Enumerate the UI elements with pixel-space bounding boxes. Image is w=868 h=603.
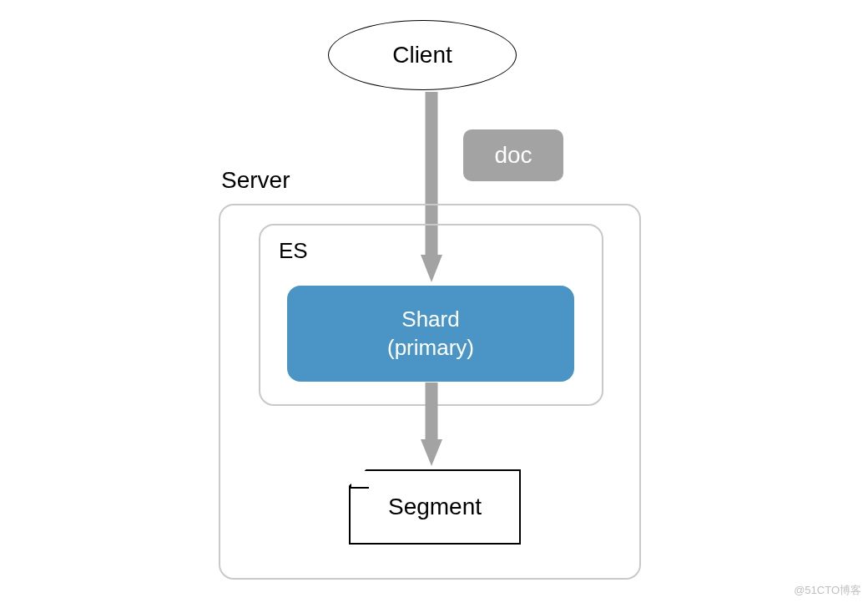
shard-label-line1: Shard xyxy=(401,306,459,334)
arrow-shard-to-segment xyxy=(421,383,442,466)
svg-marker-3 xyxy=(421,439,442,466)
doc-label: doc xyxy=(494,142,532,169)
client-label: Client xyxy=(392,42,452,68)
segment-label: Segment xyxy=(388,494,482,520)
client-node: Client xyxy=(328,20,517,90)
doc-badge: doc xyxy=(463,129,563,181)
shard-label-line2: (primary) xyxy=(387,334,474,362)
shard-node: Shard (primary) xyxy=(287,286,574,382)
segment-node: Segment xyxy=(349,469,521,545)
watermark-text: @51CTO博客 xyxy=(794,583,861,598)
es-label: ES xyxy=(279,238,308,264)
server-label: Server xyxy=(221,167,290,194)
